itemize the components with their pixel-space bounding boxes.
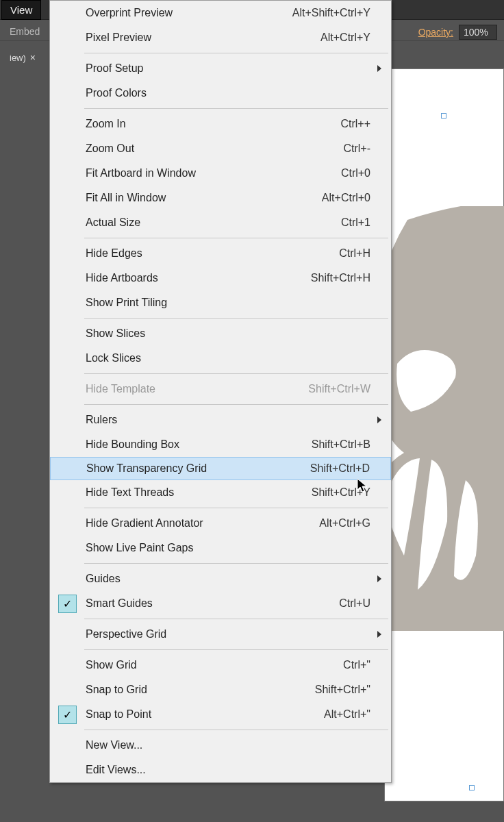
menu-item-label: Zoom In: [84, 118, 281, 130]
menu-separator: [84, 238, 388, 238]
menu-item-smart-guides[interactable]: ✓Smart GuidesCtrl+U: [50, 591, 391, 616]
menu-separator: [84, 619, 388, 619]
checkmark-icon: ✓: [58, 706, 77, 724]
menu-separator: [84, 508, 388, 508]
menu-item-zoom-out[interactable]: Zoom OutCtrl+-: [50, 136, 391, 161]
menu-item-show-print-tiling[interactable]: Show Print Tiling: [50, 290, 391, 315]
menu-item-overprint-preview[interactable]: Overprint PreviewAlt+Shift+Ctrl+Y: [50, 1, 391, 25]
menu-item-shortcut: Shift+Ctrl+": [281, 684, 391, 696]
menu-item-show-grid[interactable]: Show GridCtrl+": [50, 653, 391, 677]
selection-handle-bottom[interactable]: [469, 785, 475, 790]
opacity-section: Opacity: 100%: [418, 25, 497, 40]
menu-separator: [84, 318, 388, 319]
menu-view[interactable]: View: [1, 0, 41, 20]
menu-item-label: Hide Artboards: [84, 272, 281, 284]
menu-item-actual-size[interactable]: Actual SizeCtrl+1: [50, 210, 391, 235]
menu-item-label: Fit All in Window: [84, 192, 281, 204]
menu-item-hide-bounding-box[interactable]: Hide Bounding BoxShift+Ctrl+B: [50, 432, 391, 457]
menu-item-perspective-grid[interactable]: Perspective Grid: [50, 622, 391, 647]
menu-item-label: Fit Artboard in Window: [84, 167, 281, 179]
selection-handle-top[interactable]: [441, 113, 446, 119]
opacity-label[interactable]: Opacity:: [418, 27, 453, 38]
menu-item-shortcut: Alt+Ctrl+": [281, 708, 391, 721]
menu-item-label: Lock Slices: [84, 352, 281, 364]
menu-item-fit-artboard[interactable]: Fit Artboard in WindowCtrl+0: [50, 161, 391, 186]
menu-separator: [84, 53, 388, 53]
artboard-canvas[interactable]: [384, 68, 504, 801]
menu-item-label: Perspective Grid: [84, 628, 281, 640]
menu-item-proof-colors[interactable]: Proof Colors: [50, 81, 391, 105]
menu-item-hide-gradient-annotator[interactable]: Hide Gradient AnnotatorAlt+Ctrl+G: [50, 511, 391, 536]
menu-item-rulers[interactable]: Rulers: [50, 408, 391, 432]
checkmark-icon: ✓: [58, 595, 77, 613]
menu-item-label: Show Grid: [84, 659, 281, 671]
menu-item-shortcut: Alt+Ctrl+0: [281, 192, 391, 204]
menu-item-label: Snap to Grid: [84, 684, 281, 696]
menu-check-column: ✓: [50, 595, 84, 613]
menu-item-zoom-in[interactable]: Zoom InCtrl++: [50, 112, 391, 136]
menu-item-shortcut: Ctrl+1: [281, 216, 391, 229]
menu-item-shortcut: Ctrl+-: [281, 142, 391, 155]
submenu-arrow-icon: [377, 575, 381, 582]
document-tab-row: iew) ×: [0, 49, 42, 66]
menu-item-proof-setup[interactable]: Proof Setup: [50, 56, 391, 81]
menu-item-hide-artboards[interactable]: Hide ArtboardsShift+Ctrl+H: [50, 266, 391, 290]
menu-item-label: Hide Bounding Box: [84, 438, 281, 451]
menu-item-new-view[interactable]: New View...: [50, 733, 391, 758]
menu-check-column: ✓: [50, 706, 84, 724]
view-dropdown-menu: Overprint PreviewAlt+Shift+Ctrl+YPixel P…: [49, 0, 392, 783]
menu-item-shortcut: Ctrl+H: [281, 247, 391, 260]
menu-item-shortcut: Alt+Shift+Ctrl+Y: [281, 7, 391, 19]
menu-item-show-transparency-grid[interactable]: Show Transparency GridShift+Ctrl+D: [50, 457, 391, 480]
menu-item-label: Show Transparency Grid: [85, 462, 281, 475]
opacity-value[interactable]: 100%: [459, 25, 497, 40]
menu-item-label: Show Live Paint Gaps: [84, 542, 281, 554]
menu-item-shortcut: Shift+Ctrl+B: [281, 438, 391, 451]
menu-item-shortcut: Alt+Ctrl+G: [281, 517, 391, 530]
menu-item-show-live-paint-gaps[interactable]: Show Live Paint Gaps: [50, 536, 391, 560]
menu-item-snap-to-point[interactable]: ✓Snap to PointAlt+Ctrl+": [50, 702, 391, 727]
menu-item-label: Overprint Preview: [84, 7, 281, 19]
menu-item-guides[interactable]: Guides: [50, 566, 391, 591]
menu-separator: [84, 730, 388, 730]
menu-item-shortcut: Alt+Ctrl+Y: [281, 32, 391, 44]
menu-item-label: Zoom Out: [84, 142, 281, 155]
menu-item-label: Pixel Preview: [84, 32, 281, 44]
menu-item-shortcut: Ctrl++: [281, 118, 391, 130]
menu-item-label: Snap to Point: [84, 708, 281, 721]
menu-item-label: Guides: [84, 573, 281, 585]
menu-item-label: Show Print Tiling: [84, 297, 281, 309]
menu-separator: [84, 373, 388, 374]
submenu-arrow-icon: [377, 631, 381, 638]
menu-item-snap-to-grid[interactable]: Snap to GridShift+Ctrl+": [50, 677, 391, 702]
menu-item-label: Rulers: [84, 414, 281, 426]
menu-item-hide-text-threads[interactable]: Hide Text ThreadsShift+Ctrl+Y: [50, 480, 391, 505]
menu-item-shortcut: Shift+Ctrl+W: [281, 383, 391, 395]
menu-item-shortcut: Ctrl+U: [281, 597, 391, 610]
menu-item-show-slices[interactable]: Show Slices: [50, 321, 391, 346]
menu-item-shortcut: Ctrl+": [281, 659, 391, 671]
menu-separator: [84, 563, 388, 564]
menu-item-label: Proof Setup: [84, 62, 281, 75]
menu-item-hide-edges[interactable]: Hide EdgesCtrl+H: [50, 241, 391, 266]
menu-separator: [84, 108, 388, 109]
menu-item-lock-slices[interactable]: Lock Slices: [50, 346, 391, 371]
menu-separator: [84, 404, 388, 405]
document-tab[interactable]: iew) ×: [3, 51, 42, 64]
menu-item-shortcut: Shift+Ctrl+D: [281, 462, 390, 475]
menu-item-edit-views[interactable]: Edit Views...: [50, 758, 391, 782]
menu-item-shortcut: Ctrl+0: [281, 167, 391, 179]
menu-item-shortcut: Shift+Ctrl+H: [281, 272, 391, 284]
menu-item-pixel-preview[interactable]: Pixel PreviewAlt+Ctrl+Y: [50, 25, 391, 50]
embed-label[interactable]: Embed: [10, 26, 40, 37]
menu-item-label: Proof Colors: [84, 87, 281, 99]
menu-item-label: Hide Gradient Annotator: [84, 517, 281, 530]
close-icon[interactable]: ×: [30, 52, 36, 63]
menu-item-label: New View...: [84, 739, 281, 751]
menu-item-hide-template: Hide TemplateShift+Ctrl+W: [50, 377, 391, 401]
menu-item-fit-all[interactable]: Fit All in WindowAlt+Ctrl+0: [50, 186, 391, 210]
menu-item-label: Smart Guides: [84, 597, 281, 610]
submenu-arrow-icon: [377, 65, 381, 72]
menu-item-shortcut: Shift+Ctrl+Y: [281, 486, 391, 499]
menu-separator: [84, 649, 388, 650]
